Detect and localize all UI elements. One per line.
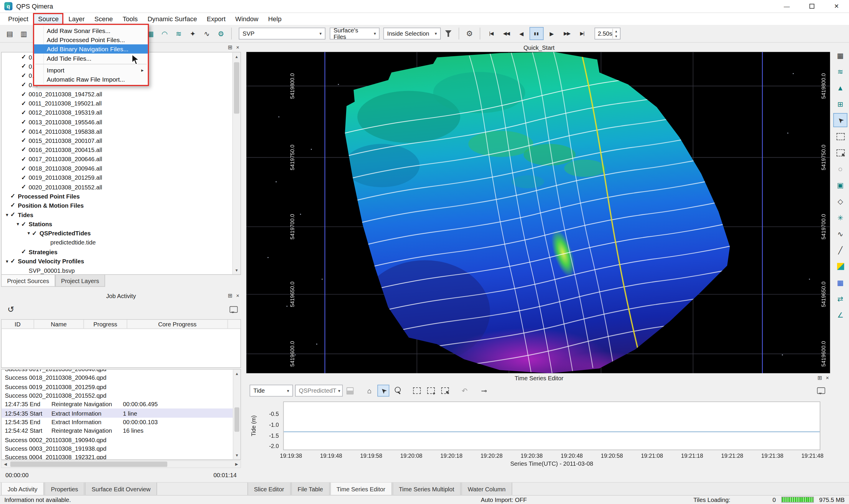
tree-item[interactable]: Sound Velocity Profiles xyxy=(2,256,232,266)
tse-source-combo[interactable]: Tide xyxy=(250,385,293,396)
fast-rewind-button[interactable]: ◀◀ xyxy=(499,27,513,40)
float-panel-icon[interactable]: ⊞ xyxy=(817,375,822,381)
menu-tools[interactable]: Tools xyxy=(118,13,143,25)
checkbox[interactable] xyxy=(21,221,29,228)
playback-speed-spinner[interactable]: 2.50s ▲▼ xyxy=(594,28,621,39)
scrollbar-thumb[interactable] xyxy=(234,62,239,113)
log-row[interactable]: Success 0018_20110308_200946.qpd xyxy=(2,374,233,382)
tree-item[interactable]: 0011_20110308_195021.all xyxy=(2,99,232,108)
checkbox[interactable] xyxy=(21,54,29,61)
scrollbar-thumb[interactable] xyxy=(10,462,168,467)
swath-coverage-icon[interactable]: ≋ xyxy=(172,27,185,40)
tree-scrollbar[interactable]: ▲ ▼ xyxy=(232,52,241,274)
log-row[interactable]: Success 0020_20110308_201552.qpd xyxy=(2,391,233,400)
tree-item[interactable]: 0016_20110308_200415.all xyxy=(2,145,232,154)
tree-item[interactable]: predictedtide.tide xyxy=(2,238,232,247)
log-scrollbar[interactable]: ▲ ▼ xyxy=(233,370,241,459)
checkbox[interactable] xyxy=(21,137,29,144)
surface-layers-icon[interactable]: ≋ xyxy=(833,65,848,79)
column-header-id[interactable]: ID xyxy=(2,320,34,328)
tab-file-table[interactable]: File Table xyxy=(291,483,330,496)
color-swatch-icon[interactable] xyxy=(833,259,848,273)
selection-filter-combo[interactable]: Inside Selection xyxy=(383,28,441,39)
fast-forward-button[interactable]: ▶▶ xyxy=(560,27,574,40)
satellite-icon[interactable]: ✦ xyxy=(186,27,199,40)
tab-time-series-multiplot[interactable]: Time Series Multiplot xyxy=(392,483,461,496)
svp-combo[interactable]: SVP xyxy=(239,28,326,39)
zoom-icon[interactable] xyxy=(392,385,403,396)
checkbox[interactable] xyxy=(21,248,29,255)
checkbox[interactable] xyxy=(21,91,29,98)
tree-item[interactable]: SVP_00001.bsvp xyxy=(2,266,232,275)
scrollbar-thumb[interactable] xyxy=(235,408,239,432)
menu-option[interactable]: Automatic Raw File Import... xyxy=(34,74,148,84)
checkbox[interactable] xyxy=(10,193,18,200)
circle-select-icon[interactable]: ◌ xyxy=(833,162,848,176)
select-node-icon[interactable] xyxy=(439,385,451,396)
sonar-fan-icon[interactable]: ◠ xyxy=(158,27,171,40)
scroll-down-icon[interactable]: ▼ xyxy=(233,266,241,274)
log-hscrollbar[interactable]: ◀ ▶ xyxy=(1,461,241,468)
menu-layer[interactable]: Layer xyxy=(64,13,90,25)
checkbox[interactable] xyxy=(21,63,29,70)
select-add-icon[interactable] xyxy=(425,385,437,396)
tab-job-activity[interactable]: Job Activity xyxy=(1,483,44,496)
axis-3d-icon[interactable]: ∠ xyxy=(833,308,848,322)
undo-icon[interactable]: ↶ xyxy=(459,385,470,396)
checkbox[interactable] xyxy=(21,81,29,88)
tree-item[interactable]: Tides xyxy=(2,210,232,219)
checkbox[interactable] xyxy=(10,211,18,218)
grid-view-icon[interactable]: ▦ xyxy=(833,48,848,62)
files-filter-combo[interactable]: Surface's Files xyxy=(330,28,380,39)
tide-plot[interactable] xyxy=(283,401,820,450)
tree-item[interactable]: Position & Motion Files xyxy=(2,201,232,210)
polygon-select-icon[interactable]: ◇ xyxy=(833,194,848,208)
menu-option[interactable]: Add Tide Files... xyxy=(34,54,148,63)
track-point-icon[interactable]: ⊸ xyxy=(478,385,490,396)
menu-option[interactable]: Add Raw Sonar Files... xyxy=(34,26,148,35)
maximize-button[interactable] xyxy=(799,0,824,12)
comment-icon[interactable] xyxy=(817,388,826,394)
tab-properties[interactable]: Properties xyxy=(45,483,85,496)
menu-window[interactable]: Window xyxy=(230,13,263,25)
add-processed-points-icon[interactable]: ▥ xyxy=(17,27,30,40)
expand-arrow-icon[interactable] xyxy=(15,221,21,227)
scatter-points-icon[interactable]: ✳ xyxy=(833,210,848,224)
save-icon[interactable] xyxy=(344,385,356,396)
checkbox[interactable] xyxy=(10,258,18,265)
column-header-progress[interactable]: Progress xyxy=(84,320,127,328)
column-header-core-progress[interactable]: Core Progress xyxy=(127,320,228,328)
log-row[interactable]: Success 0019_20110308_201259.qpd xyxy=(2,382,233,391)
log-row[interactable]: 12:54:42 Start Reintegrate Navigation 16… xyxy=(2,426,233,435)
checkbox[interactable] xyxy=(21,183,29,191)
menu-scene[interactable]: Scene xyxy=(90,13,118,25)
bathymetry-view[interactable]: 5419800.05419750.05419700.05419650.05419… xyxy=(246,52,830,373)
tree-item[interactable]: 0014_20110308_195838.all xyxy=(2,127,232,136)
scroll-left-icon[interactable]: ◀ xyxy=(2,461,10,467)
select-cursor-icon[interactable]: ➤ xyxy=(833,113,848,127)
tab-project-layers[interactable]: Project Layers xyxy=(55,275,105,287)
expand-arrow-icon[interactable] xyxy=(25,231,32,236)
tree-item[interactable]: 0010_20110308_194752.all xyxy=(2,90,232,99)
add-raw-sonar-files-icon[interactable]: ▤ xyxy=(3,27,16,40)
checkbox[interactable] xyxy=(21,100,29,107)
close-panel-icon[interactable]: × xyxy=(826,375,829,381)
checkbox[interactable] xyxy=(21,119,29,125)
log-row[interactable]: Success 0004_20110308_192321.qpd xyxy=(2,453,233,459)
float-panel-icon[interactable]: ⊞ xyxy=(228,44,232,50)
bathymetry-canvas[interactable] xyxy=(246,52,830,373)
hillshade-icon[interactable]: ▲ xyxy=(833,81,848,95)
tree-item[interactable]: Strategies xyxy=(2,247,232,256)
skip-start-button[interactable]: |◀ xyxy=(484,27,498,40)
checkbox[interactable] xyxy=(10,202,18,209)
menu-project[interactable]: Project xyxy=(3,13,33,25)
mesh-grid-icon[interactable]: ⊞ xyxy=(833,97,848,111)
profile-line-icon[interactable]: ∿ xyxy=(833,227,848,241)
filter-funnel-icon[interactable] xyxy=(442,27,455,40)
menu-option[interactable]: Add Binary Navigation Files... xyxy=(34,44,148,54)
scroll-right-icon[interactable]: ▶ xyxy=(233,461,241,467)
spinner-arrows-icon[interactable]: ▲▼ xyxy=(612,29,619,38)
checkbox[interactable] xyxy=(21,146,29,154)
log-row[interactable]: Success 0003_20110308_191938.qpd xyxy=(2,444,233,453)
tree-item[interactable]: Processed Point Files xyxy=(2,192,232,201)
